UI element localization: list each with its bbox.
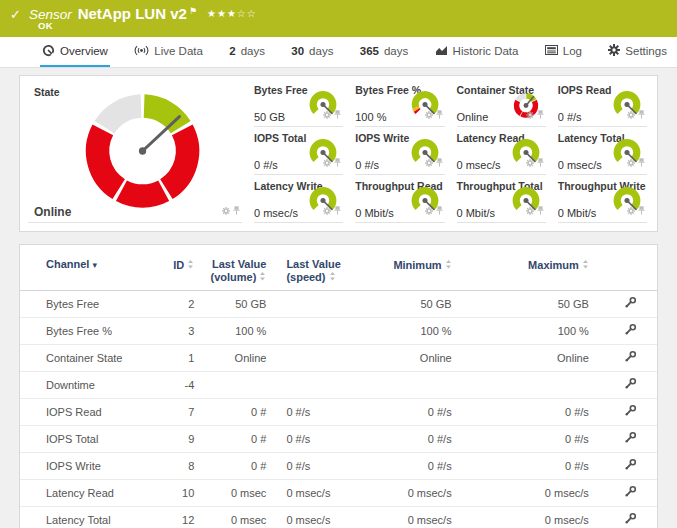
gear-icon[interactable] xyxy=(526,105,534,123)
channel-settings-wrench-icon[interactable] xyxy=(624,404,637,419)
table-row-latency-read: Latency Read100 msec0 msec/s0 msec/s0 ms… xyxy=(20,480,657,507)
gauge-panel-bytes-free[interactable]: Bytes Free %100 % xyxy=(355,82,444,127)
cell-max: 0 msec/s xyxy=(458,507,595,528)
cell-min: 0 #/s xyxy=(368,426,458,453)
cell-channel: IOPS Write xyxy=(20,453,155,480)
gauge-panel-throughput-read[interactable]: Throughput Read0 Mbit/s xyxy=(355,178,444,223)
column-header-last-value-speed[interactable]: Last Value(speed) xyxy=(272,245,367,291)
channel-settings-wrench-icon[interactable] xyxy=(624,323,637,338)
chart-icon xyxy=(435,45,448,58)
cell-volume: 0 msec xyxy=(200,480,272,507)
channel-settings-wrench-icon[interactable] xyxy=(624,431,637,446)
gear-icon[interactable] xyxy=(526,153,534,171)
cell-channel: Downtime xyxy=(20,372,155,399)
tab-label: days xyxy=(241,45,265,57)
gauge-panel-container-state[interactable]: Container StateOnline xyxy=(457,82,546,127)
pin-icon[interactable] xyxy=(638,105,645,123)
cell-min xyxy=(368,372,458,399)
cell-channel: Bytes Free % xyxy=(20,318,155,345)
tab-2-days[interactable]: 2days xyxy=(227,37,267,67)
pin-icon[interactable] xyxy=(334,201,341,219)
column-label: ID xyxy=(173,259,184,271)
pin-icon[interactable] xyxy=(436,153,443,171)
gauge-panel-throughput-total[interactable]: Throughput Total0 Mbit/s xyxy=(457,178,546,223)
table-row-container-state: Container State1OnlineOnlineOnline xyxy=(20,345,657,372)
tab-overview[interactable]: Overview xyxy=(40,37,110,67)
gauge-panel-latency-read[interactable]: Latency Read0 msec/s xyxy=(457,130,546,175)
gauge-panel-bytes-free[interactable]: Bytes Free50 GB xyxy=(254,82,343,127)
gear-icon[interactable] xyxy=(323,201,331,219)
gear-icon[interactable] xyxy=(526,201,534,219)
cell-channel: IOPS Total xyxy=(20,426,155,453)
pin-icon[interactable] xyxy=(537,201,544,219)
channel-settings-wrench-icon[interactable] xyxy=(624,377,637,392)
cell-id: -4 xyxy=(155,372,200,399)
cell-id: 10 xyxy=(155,480,200,507)
gear-icon[interactable] xyxy=(627,153,635,171)
channel-settings-wrench-icon[interactable] xyxy=(624,458,637,473)
tab-label: days xyxy=(309,45,333,57)
cell-volume: 0 msec xyxy=(200,507,272,528)
cell-min: 0 msec/s xyxy=(368,480,458,507)
stars-empty[interactable]: ☆☆ xyxy=(237,8,257,19)
cell-id: 9 xyxy=(155,426,200,453)
cell-speed: 0 msec/s xyxy=(272,507,367,528)
gear-icon[interactable] xyxy=(323,105,331,123)
channel-settings-wrench-icon[interactable] xyxy=(624,485,637,500)
priority-stars[interactable]: ★★★☆☆ xyxy=(207,8,257,19)
cell-max xyxy=(458,372,595,399)
gear-icon[interactable] xyxy=(425,105,433,123)
cell-min: 0 msec/s xyxy=(368,507,458,528)
pin-icon[interactable] xyxy=(436,105,443,123)
column-label: Last Value xyxy=(286,258,340,270)
gauge-panel-iops-write[interactable]: IOPS Write0 #/s xyxy=(355,130,444,175)
tab-365-days[interactable]: 365days xyxy=(358,37,410,67)
gauge-panel-throughput-write[interactable]: Throughput Write0 Mbit/s xyxy=(558,178,647,223)
table-row-bytes-free: Bytes Free250 GB50 GB50 GB xyxy=(20,291,657,318)
gear-icon[interactable] xyxy=(222,201,230,219)
pin-icon[interactable] xyxy=(638,153,645,171)
tab-30-days[interactable]: 30days xyxy=(289,37,335,67)
column-header-id[interactable]: ID xyxy=(155,245,200,291)
gauge-panel-value: 0 #/s xyxy=(355,159,379,171)
pin-icon[interactable] xyxy=(537,153,544,171)
tab-settings[interactable]: Settings xyxy=(606,37,669,67)
pin-icon[interactable] xyxy=(233,201,240,219)
gauge-panel-state[interactable]: State Online xyxy=(28,82,242,223)
channel-settings-wrench-icon[interactable] xyxy=(624,512,637,527)
gear-icon[interactable] xyxy=(627,201,635,219)
gear-icon[interactable] xyxy=(323,153,331,171)
pin-icon[interactable] xyxy=(436,201,443,219)
tab-live-data[interactable]: Live Data xyxy=(132,37,205,67)
channel-settings-wrench-icon[interactable] xyxy=(624,296,637,311)
gear-icon[interactable] xyxy=(425,201,433,219)
column-header-last-value-volume[interactable]: Last Value(volume) xyxy=(200,245,272,291)
cell-min: 0 #/s xyxy=(368,453,458,480)
sort-arrows-icon xyxy=(445,260,452,272)
gauge-panel-value: Online xyxy=(34,205,71,219)
column-header-channel[interactable]: Channel▾ xyxy=(20,245,155,291)
flag-icon[interactable]: ⚑ xyxy=(189,6,197,16)
column-header-maximum[interactable]: Maximum xyxy=(458,245,595,291)
cell-channel: Container State xyxy=(20,345,155,372)
tab-historic-data[interactable]: Historic Data xyxy=(433,37,521,67)
gauge-panel-iops-total[interactable]: IOPS Total0 #/s xyxy=(254,130,343,175)
tab-number: 30 xyxy=(291,45,304,57)
pin-icon[interactable] xyxy=(334,153,341,171)
stars-filled[interactable]: ★★★ xyxy=(207,8,237,19)
gauge-panel-iops-read[interactable]: IOPS Read0 #/s xyxy=(558,82,647,127)
channel-settings-wrench-icon[interactable] xyxy=(624,350,637,365)
pin-icon[interactable] xyxy=(638,201,645,219)
tab-log[interactable]: Log xyxy=(543,37,584,67)
gauge-panel-latency-write[interactable]: Latency Write0 msec/s xyxy=(254,178,343,223)
pin-icon[interactable] xyxy=(537,105,544,123)
pin-icon[interactable] xyxy=(334,105,341,123)
column-header-minimum[interactable]: Minimum xyxy=(368,245,458,291)
gauge-panel-latency-total[interactable]: Latency Total0 msec/s xyxy=(558,130,647,175)
gauge-panel-value: 100 % xyxy=(355,111,386,123)
gear-icon[interactable] xyxy=(627,105,635,123)
sort-arrows-icon xyxy=(582,260,589,272)
overview-gauges-card: State Online Bytes Free50 GBBytes Free %… xyxy=(19,75,658,232)
channel-table: Channel▾IDLast Value(volume)Last Value(s… xyxy=(20,245,657,528)
gear-icon[interactable] xyxy=(425,153,433,171)
